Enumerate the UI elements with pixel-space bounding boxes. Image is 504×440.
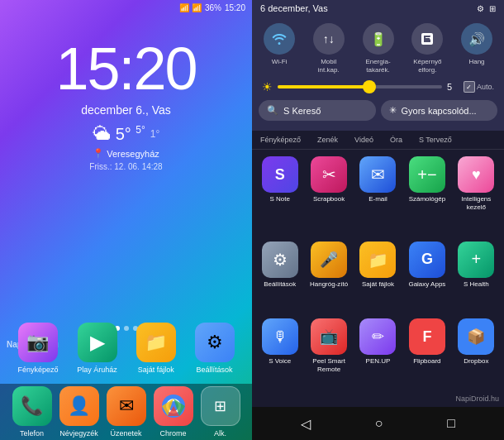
voicerecorder-icon: 🎤: [311, 242, 347, 278]
left-time-status: 15:20: [225, 3, 245, 12]
s-search-button[interactable]: 🔍 S Kereső: [259, 100, 376, 121]
app-scrapbook[interactable]: ✂ Scrapbook: [306, 156, 351, 238]
power-label: Energia-takarék.: [365, 58, 390, 74]
scrapbook-label: Scrapbook: [313, 195, 345, 203]
settings-gear-icon[interactable]: ⚙: [477, 4, 484, 13]
svoice-label: S Voice: [269, 357, 291, 366]
right-status-icons: ⚙ ⊞: [477, 4, 496, 13]
bottom-contacts[interactable]: 👤 Névjegyzék: [59, 386, 99, 438]
mobile-label: Mobilint.kap.: [318, 58, 340, 74]
files-icon: 📁: [136, 323, 176, 362]
app-voicerecorder[interactable]: 🎤 Hangróg-zító: [306, 242, 351, 315]
app-email[interactable]: ✉ E-mail: [355, 156, 401, 238]
shealth-icon: +: [458, 242, 494, 278]
app-settings[interactable]: ⚙ Beállítások: [195, 323, 235, 374]
left-status-bar: 📶 📶 36% 15:20: [0, 0, 252, 14]
penup-icon: ✏: [359, 318, 396, 355]
back-button[interactable]: ◁: [301, 416, 311, 432]
app-camera[interactable]: 📷 Fényképező: [17, 323, 58, 374]
mobile-toggle-circle: ↑↓: [313, 23, 345, 55]
messages-icon: ✉: [107, 386, 146, 426]
contacts-icon: 👤: [59, 386, 99, 426]
left-refresh: Friss.: 12. 06. 14:28: [89, 162, 162, 171]
app-bsettings[interactable]: ⚙ Beállítások: [257, 242, 302, 315]
app-penup[interactable]: ✏ PEN.UP: [355, 318, 401, 400]
app-svoice[interactable]: 🎙 S Voice: [257, 318, 302, 400]
app-files[interactable]: 📁 Saját fájlok: [136, 323, 176, 374]
toggle-rotation[interactable]: Képernyőelforg.: [407, 23, 448, 74]
phone-label: Telefon: [20, 429, 44, 438]
search-icon: 🔍: [267, 105, 278, 116]
left-clock: 15:20: [55, 39, 196, 98]
left-panel: 📶 📶 36% 15:20 15:20 december 6., Vas 🌥 5…: [0, 0, 252, 440]
quick-connect-button[interactable]: ✳ Gyors kapcsolód...: [381, 100, 498, 121]
rotation-toggle-circle: [411, 23, 443, 55]
sajtfajlok-icon: 📁: [359, 242, 396, 278]
home-button[interactable]: ○: [375, 416, 383, 431]
app-shealth[interactable]: + S Health: [454, 242, 499, 315]
tab-zenek[interactable]: Zenék: [309, 131, 346, 149]
tab-stervezo[interactable]: S Tervező: [411, 131, 460, 149]
weather-icon: 🌥: [93, 123, 111, 145]
app-galaxyapps[interactable]: G Galaxy Apps: [404, 242, 449, 315]
toggle-mobile[interactable]: ↑↓ Mobilint.kap.: [308, 23, 349, 74]
snote-label: S Note: [269, 195, 289, 203]
allapps-icon: ⊞: [201, 386, 240, 426]
files-label: Saját fájlok: [138, 366, 174, 374]
sound-toggle-circle: 🔊: [461, 23, 492, 55]
peel-label: Peel Smart Remote: [306, 357, 351, 373]
sound-label: Hang: [468, 58, 484, 66]
toggle-wifi[interactable]: Wi-Fi: [259, 23, 300, 74]
app-playstore[interactable]: ▶ Play Áruház: [77, 323, 117, 374]
brightness-icon: ☀: [262, 80, 273, 93]
camera-label: Fényképező: [17, 366, 58, 374]
brightness-fill: [278, 85, 368, 88]
app-snote[interactable]: S S Note: [257, 156, 302, 238]
grid-icon[interactable]: ⊞: [489, 4, 496, 13]
flipboard-icon: F: [409, 318, 445, 355]
app-sajtfajlok[interactable]: 📁 Saját fájlok: [355, 242, 401, 315]
wifi-label: Wi-Fi: [272, 58, 288, 66]
settings-icon: ⚙: [195, 323, 235, 362]
toggle-power[interactable]: 🔋 Energia-takarék.: [358, 23, 399, 74]
app-grid: S S Note ✂ Scrapbook ✉ E-mail +− Számoló…: [252, 150, 504, 407]
tab-ora[interactable]: Óra: [382, 131, 411, 149]
quick-connect-icon: ✳: [389, 105, 397, 116]
brightness-thumb: [363, 80, 376, 93]
smartmanager-icon: ♥: [458, 156, 494, 193]
toggle-sound[interactable]: 🔊 Hang: [456, 23, 497, 74]
app-flipboard[interactable]: F Flipboard: [404, 318, 449, 400]
bottom-chrome[interactable]: Chrome: [154, 386, 193, 438]
calculator-label: Számológép: [409, 195, 445, 203]
app-peel[interactable]: 📺 Peel Smart Remote: [306, 318, 351, 400]
bottom-messages[interactable]: ✉ Üzenetek: [107, 386, 146, 438]
auto-checkbox[interactable]: ✓: [464, 81, 475, 93]
phone-icon: 📞: [12, 386, 52, 426]
weather-temp-min: 1°: [150, 128, 159, 140]
bottom-phone[interactable]: 📞 Telefon: [12, 386, 52, 438]
messages-label: Üzenetek: [110, 429, 141, 438]
app-smartmanager[interactable]: ♥ Intelligens kezelő: [454, 156, 499, 238]
left-status-icons: 📶 📶: [179, 3, 202, 12]
contacts-label: Névjegyzék: [59, 429, 98, 438]
brightness-row: ☀ 5 ✓ Auto.: [259, 80, 497, 93]
app-calculator[interactable]: +− Számológép: [404, 156, 449, 238]
galaxyapps-icon: G: [409, 242, 445, 278]
rotation-label: Képernyőelforg.: [413, 58, 441, 74]
bottom-allapps[interactable]: ⊞ Alk.: [201, 386, 240, 438]
tab-fenykepezo[interactable]: Fényképező: [252, 131, 309, 149]
left-bottom-bar: 📞 Telefon 👤 Névjegyzék ✉ Üzenetek: [0, 384, 252, 440]
dropbox-icon: 📦: [458, 318, 494, 355]
app-dropbox[interactable]: 📦 Dropbox: [454, 318, 499, 400]
brightness-slider[interactable]: [278, 85, 442, 88]
left-weather: 🌥 5° 5° 1°: [93, 123, 160, 145]
recent-button[interactable]: □: [447, 416, 455, 431]
tab-video[interactable]: Videó: [346, 131, 382, 149]
chrome-label: Chrome: [159, 429, 186, 438]
penup-label: PEN.UP: [366, 357, 391, 366]
email-icon: ✉: [359, 156, 396, 193]
right-date: 6 december, Vas: [260, 3, 328, 13]
left-location: 📍 Veresegyház: [93, 148, 159, 159]
brightness-value: 5: [447, 82, 459, 92]
bsettings-label: Beállítások: [264, 280, 296, 289]
